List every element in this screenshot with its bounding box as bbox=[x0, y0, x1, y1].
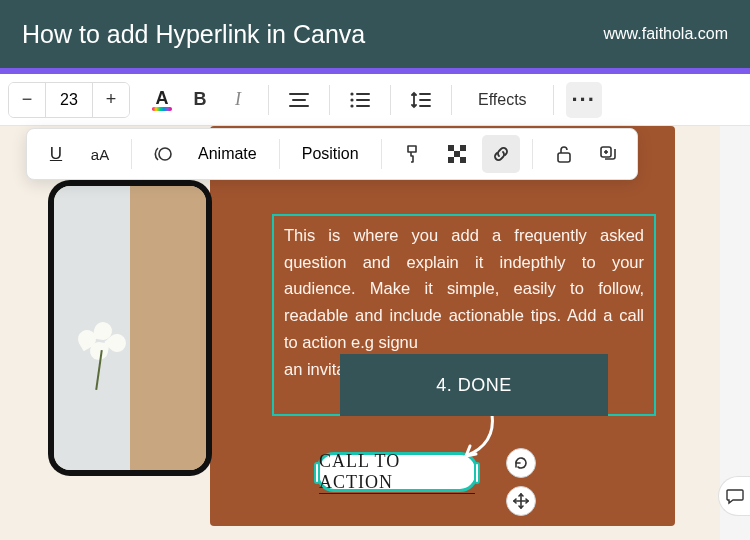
font-size-stepper: − 23 + bbox=[8, 82, 130, 118]
phone-mockup bbox=[48, 180, 212, 476]
underline-button[interactable]: U bbox=[37, 135, 75, 173]
svg-rect-15 bbox=[448, 145, 454, 151]
tutorial-title: How to add Hyperlink in Canva bbox=[22, 20, 365, 49]
move-handle[interactable] bbox=[506, 486, 536, 516]
step-callout-label: 4. DONE bbox=[436, 375, 512, 396]
help-chat-button[interactable] bbox=[718, 476, 750, 516]
svg-rect-18 bbox=[448, 157, 454, 163]
bold-button[interactable]: B bbox=[182, 82, 218, 118]
svg-point-5 bbox=[350, 104, 353, 107]
list-button[interactable] bbox=[342, 82, 378, 118]
svg-rect-19 bbox=[460, 157, 466, 163]
text-color-button[interactable]: A bbox=[144, 82, 180, 118]
animate-button[interactable]: Animate bbox=[188, 145, 267, 163]
spacing-button[interactable] bbox=[403, 82, 439, 118]
text-toolbar-primary: − 23 + A B I Effects ··· bbox=[0, 74, 750, 126]
uppercase-button[interactable]: aA bbox=[81, 135, 119, 173]
font-size-decrease-button[interactable]: − bbox=[9, 82, 45, 118]
faq-text-content-2: an invita bbox=[284, 360, 345, 378]
tutorial-header: How to add Hyperlink in Canva www.faitho… bbox=[0, 0, 750, 68]
svg-rect-17 bbox=[454, 151, 460, 157]
position-button[interactable]: Position bbox=[292, 145, 369, 163]
faq-text-content: This is where you add a frequently asked… bbox=[284, 226, 644, 351]
alignment-button[interactable] bbox=[281, 82, 317, 118]
rotate-handle[interactable] bbox=[506, 448, 536, 478]
italic-button[interactable]: I bbox=[220, 82, 256, 118]
divider bbox=[390, 85, 391, 115]
divider bbox=[451, 85, 452, 115]
arrow-annotation bbox=[452, 410, 502, 470]
text-toolbar-secondary: U aA Animate Position bbox=[26, 128, 638, 180]
ellipsis-icon: ··· bbox=[571, 95, 595, 105]
animate-icon[interactable] bbox=[144, 135, 182, 173]
svg-rect-16 bbox=[460, 145, 466, 151]
phone-screen-image bbox=[54, 186, 206, 470]
transparency-button[interactable] bbox=[438, 135, 476, 173]
chat-icon bbox=[725, 486, 745, 506]
svg-point-3 bbox=[350, 92, 353, 95]
svg-point-4 bbox=[350, 98, 353, 101]
tutorial-source-url: www.faithola.com bbox=[604, 25, 729, 43]
divider bbox=[279, 139, 280, 169]
duplicate-button[interactable] bbox=[589, 135, 627, 173]
divider bbox=[268, 85, 269, 115]
font-size-increase-button[interactable]: + bbox=[93, 82, 129, 118]
more-options-button[interactable]: ··· bbox=[566, 82, 602, 118]
selection-handle-left[interactable] bbox=[314, 462, 320, 484]
divider bbox=[329, 85, 330, 115]
step-callout: 4. DONE bbox=[340, 354, 608, 416]
flower-graphic bbox=[78, 320, 132, 368]
font-size-value[interactable]: 23 bbox=[45, 83, 93, 117]
design-canvas[interactable]: This is where you add a frequently asked… bbox=[0, 126, 720, 540]
divider bbox=[553, 85, 554, 115]
divider bbox=[131, 139, 132, 169]
svg-point-14 bbox=[159, 148, 171, 160]
lock-button[interactable] bbox=[545, 135, 583, 173]
divider bbox=[532, 139, 533, 169]
svg-rect-20 bbox=[558, 153, 570, 162]
divider bbox=[381, 139, 382, 169]
format-painter-button[interactable] bbox=[394, 135, 432, 173]
effects-button[interactable]: Effects bbox=[464, 82, 541, 118]
link-button[interactable] bbox=[482, 135, 520, 173]
